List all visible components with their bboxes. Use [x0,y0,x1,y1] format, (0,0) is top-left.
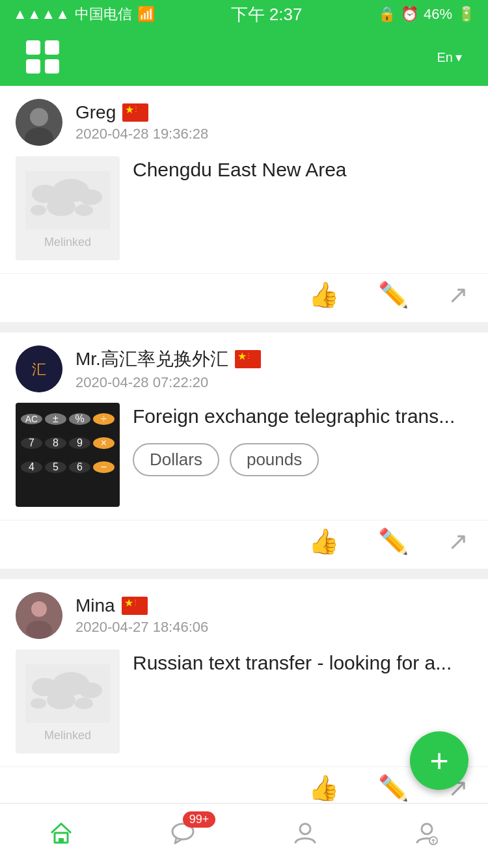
carrier-name: 中国电信 [75,5,132,24]
flag-icon [235,350,261,368]
apps-button[interactable] [26,40,60,74]
profile-icon [414,820,440,852]
action-bar: 👍 ✏️ ↗ [0,273,488,322]
chevron-down-icon: ▾ [455,49,462,65]
post-thumbnail: AC ± % ÷ 7 8 9 × 4 5 6 − [16,403,120,507]
post-text-area: Foreign exchange telegraphic trans... Do… [133,403,472,476]
message-badge: 99+ [183,811,216,828]
post-title: Foreign exchange telegraphic trans... [133,403,472,430]
svg-point-11 [47,198,75,216]
share-button[interactable]: ↗ [448,280,468,309]
language-label: En [437,50,453,65]
status-time: 下午 2:37 [231,3,303,26]
status-bar: ▲▲▲▲ 中国电信 📶 下午 2:37 🔒 ⏰ 46% 🔋 [0,0,488,29]
action-bar: 👍 ✏️ ↗ [0,520,488,569]
svg-point-24 [75,698,93,709]
post-text-area: Russian text transfer - looking for a... [133,649,472,677]
post-author: Greg [75,102,472,123]
post-item: Mina 2020-04-27 18:46:06 Melinked [0,579,488,815]
svg-point-18 [26,621,52,639]
avatar[interactable] [16,592,62,639]
status-right: 🔒 ⏰ 46% 🔋 [378,6,475,23]
svg-point-22 [79,683,102,698]
avatar[interactable]: 汇 [16,346,62,392]
wifi-icon: 📶 [137,6,155,23]
svg-point-17 [31,601,47,617]
alarm-icon: ⏰ [401,6,418,23]
post-title: Russian text transfer - looking for a... [133,649,472,677]
lock-icon: 🔒 [378,6,396,23]
post-text-area: Chengdu East New Area [133,156,472,183]
post-thumbnail: Melinked [16,156,120,260]
nav-home[interactable] [16,810,107,862]
post-meta: Mina 2020-04-27 18:46:06 [75,595,472,636]
post-meta: Greg 2020-04-28 19:36:28 [75,102,472,142]
svg-point-23 [47,691,75,709]
melinked-label: Melinked [44,236,91,249]
post-time: 2020-04-28 07:22:20 [75,374,472,391]
svg-point-5 [30,108,48,126]
svg-point-10 [79,189,102,205]
post-header: 汇 Mr.高汇率兑换外汇 2020-04-28 07:22:20 [0,332,488,403]
language-switcher[interactable]: En ▾ [437,49,462,65]
tag-dollars[interactable]: Dollars [133,443,219,476]
nav-contacts[interactable] [260,810,351,862]
svg-point-12 [75,204,93,216]
like-button[interactable]: 👍 [308,527,339,556]
signal-icon: ▲▲▲▲ [13,6,70,23]
comment-button[interactable]: ✏️ [378,280,409,309]
melinked-label: Melinked [44,729,91,742]
post-title: Chengdu East New Area [133,156,472,183]
post-author: Mr.高汇率兑换外汇 [75,347,472,372]
post-time: 2020-04-28 19:36:28 [75,126,472,142]
post-content[interactable]: Melinked Chengdu East New Area [0,156,488,273]
avatar[interactable] [16,99,62,146]
comment-button[interactable]: ✏️ [378,527,409,556]
post-meta: Mr.高汇率兑换外汇 2020-04-28 07:22:20 [75,347,472,391]
comment-button[interactable]: ✏️ [378,774,409,802]
svg-text:汇: 汇 [32,361,46,377]
bottom-navigation: 99+ [0,803,488,868]
nav-profile[interactable] [381,810,472,862]
post-author: Mina [75,595,472,616]
battery-icon: 🔋 [457,6,475,23]
like-button[interactable]: 👍 [308,774,339,802]
status-left: ▲▲▲▲ 中国电信 📶 [13,5,155,24]
contacts-icon [292,820,318,852]
nav-bar: En ▾ [0,29,488,86]
like-button[interactable]: 👍 [308,280,339,309]
share-button[interactable]: ↗ [448,527,468,556]
home-icon [48,820,74,852]
svg-point-33 [300,824,310,834]
post-item: Greg 2020-04-28 19:36:28 Melinked [0,86,488,322]
svg-point-25 [31,698,46,709]
post-item: 汇 Mr.高汇率兑换外汇 2020-04-28 07:22:20 AC ± % … [0,332,488,569]
post-content[interactable]: AC ± % ÷ 7 8 9 × 4 5 6 − Foreign exchang… [0,403,488,520]
battery-level: 46% [424,6,452,23]
svg-rect-31 [59,838,64,843]
post-tags: Dollars pounds [133,443,472,476]
post-time: 2020-04-27 18:46:06 [75,619,472,636]
flag-icon [122,103,148,122]
nav-messages[interactable]: 99+ [137,810,228,862]
post-header: Mina 2020-04-27 18:46:06 [0,579,488,649]
svg-point-34 [422,824,432,834]
svg-point-13 [31,205,46,215]
post-header: Greg 2020-04-28 19:36:28 [0,86,488,156]
tag-pounds[interactable]: pounds [230,443,319,476]
post-thumbnail: Melinked [16,649,120,753]
fab-create-button[interactable]: + [410,731,468,790]
flag-icon [122,597,148,615]
